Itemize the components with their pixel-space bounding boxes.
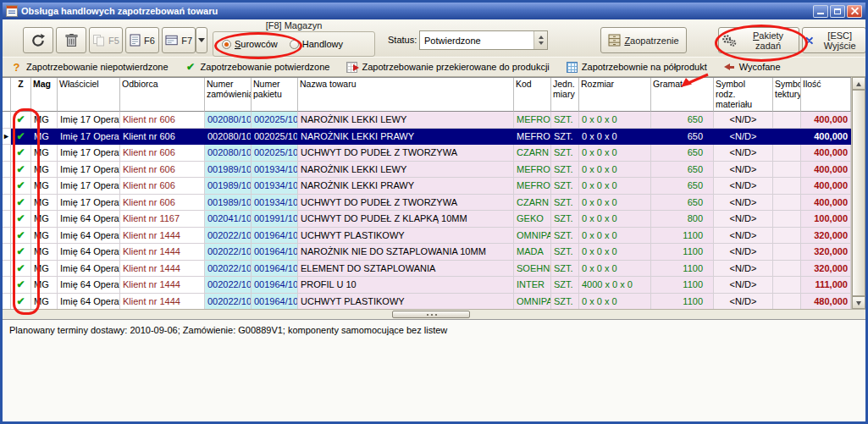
horizontal-scrollbar[interactable] [3, 309, 865, 319]
table-row[interactable]: ✔MGImię 64 OperatKlient nr 1444002022/10… [3, 244, 865, 261]
column-header-pak[interactable]: Numer pakietu [252, 78, 298, 112]
cell-jedn: SZT. [551, 294, 579, 311]
cell-mag: MG [31, 277, 58, 294]
cell-rozmiar: 0 x 0 x 0 [579, 112, 651, 129]
cell-wlasciciel: Imię 64 Operat [58, 244, 120, 261]
cell-mag: MG [31, 294, 58, 311]
cell-jedn: SZT. [551, 261, 579, 278]
cell-wlasciciel: Imię 17 Operat [58, 195, 120, 212]
column-header-tekt[interactable]: Symbol tektury [773, 78, 801, 112]
vertical-scroll-thumb[interactable] [852, 90, 865, 296]
radio-handlowy[interactable]: Handlowy [290, 39, 343, 49]
grid-header: ZMagWłaścicielOdbiorcaNumer zamówieniaNu… [3, 78, 865, 112]
cell-jedn: SZT. [551, 195, 579, 212]
card-f7-button[interactable]: F7 [162, 27, 196, 53]
column-header-rozmiar[interactable]: Rozmiar [579, 78, 651, 112]
cell-rodz: <N/D> [714, 244, 773, 261]
table-row[interactable]: ✔MGImię 64 OperatKlient nr 1167002041/10… [3, 211, 865, 228]
cell-odbiorca: Klient nr 606 [120, 145, 205, 162]
cell-z: ✔ [11, 195, 31, 212]
cell-kod: MEFRO [514, 129, 551, 146]
horizontal-scroll-thumb[interactable] [392, 311, 470, 318]
column-header-jedn[interactable]: Jedn. miary [551, 78, 579, 112]
cell-mag: MG [31, 178, 58, 195]
column-header-odbiorca[interactable]: Odbiorca [120, 78, 205, 112]
cell-mag: MG [31, 162, 58, 179]
table-row[interactable]: ✔MGImię 64 OperatKlient nr 1444002022/10… [3, 228, 865, 245]
requisitions-grid: ZMagWłaścicielOdbiorcaNumer zamówieniaNu… [3, 77, 865, 309]
cell-zam: 001989/10 [205, 162, 252, 179]
column-header-mag[interactable]: Mag [31, 78, 58, 112]
cell-zam: 002022/10 [205, 277, 252, 294]
table-row[interactable]: ✔MGImię 64 OperatKlient nr 1444002022/10… [3, 277, 865, 294]
close-button[interactable] [847, 5, 862, 18]
column-header-gramat[interactable]: Gramat [651, 78, 714, 112]
table-row[interactable]: ✔MGImię 64 OperatKlient nr 1444002022/10… [3, 261, 865, 278]
f7-dropdown-button[interactable] [196, 27, 207, 53]
cell-mag: MG [31, 112, 58, 129]
document-f6-button[interactable]: F6 [125, 27, 159, 53]
cell-rozmiar: 0 x 0 x 0 [579, 294, 651, 311]
column-header-wlasciciel[interactable]: Właściciel [58, 78, 120, 112]
column-header-rodz[interactable]: Symbol rodz. materiału [714, 78, 773, 112]
table-row[interactable]: ►✔MGImię 17 OperatKlient nr 606002080/10… [3, 129, 865, 146]
table-row[interactable]: ✔MGImię 64 OperatKlient nr 1444002022/10… [3, 294, 865, 311]
table-row[interactable]: ✔MGImię 17 OperatKlient nr 606001989/100… [3, 195, 865, 212]
cell-gramat: 650 [651, 112, 714, 129]
refresh-button[interactable] [23, 27, 53, 53]
cell-zam: 001989/10 [205, 178, 252, 195]
cell-rodz: <N/D> [714, 277, 773, 294]
vertical-scrollbar[interactable] [851, 77, 865, 309]
exit-button[interactable]: [ESC] Wyjście [802, 27, 866, 53]
chevron-down-icon [198, 38, 205, 42]
radio-surowcow[interactable]: Surowców [222, 39, 278, 49]
table-row[interactable]: ✔MGImię 17 OperatKlient nr 606002080/100… [3, 112, 865, 129]
status-panel: Planowany terminy dostawy: 2010-09-06; Z… [3, 319, 865, 421]
cell-ilosc: 400,000 [801, 129, 851, 146]
cell-z: ✔ [11, 244, 31, 261]
column-header-zam[interactable]: Numer zamówienia [205, 78, 252, 112]
zaopatrzenie-button[interactable]: Zaopatrzenie [600, 27, 687, 53]
cell-tekt [773, 195, 801, 212]
maximize-button[interactable] [830, 5, 845, 18]
spinner-icon[interactable] [534, 31, 547, 49]
cell-mag: MG [31, 261, 58, 278]
cell-tekt [773, 277, 801, 294]
cell-pak: 001964/10 [252, 244, 298, 261]
column-header-ilosc[interactable]: Ilość [801, 78, 851, 112]
column-header-ind[interactable] [3, 78, 11, 112]
cell-nazwa: NAROŻNIK LEKKI LEWY [298, 112, 514, 129]
cell-rodz: <N/D> [714, 228, 773, 245]
cell-kod: OMNIPAC [514, 294, 551, 311]
copy-f5-button[interactable]: F5 [89, 27, 123, 53]
status-dropdown[interactable]: Potwierdzone [419, 30, 548, 50]
legend-item: ✔Zapotrzebowanie potwierdzone [185, 62, 330, 73]
cell-zam: 002080/10 [205, 145, 252, 162]
minimize-button[interactable] [813, 5, 828, 18]
delete-button[interactable] [56, 27, 86, 53]
cell-kod: MEFRO [514, 162, 551, 179]
table-row[interactable]: ✔MGImię 17 OperatKlient nr 606002080/100… [3, 145, 865, 162]
cell-tekt [773, 178, 801, 195]
document-icon [130, 34, 141, 47]
cell-ilosc: 320,000 [801, 228, 851, 245]
cell-nazwa: NAROŻNIK NIE DO SZTAPLOWANIA 10MM [298, 244, 514, 261]
magazyn-group-label: [F8] Magazyn [213, 19, 375, 31]
table-row[interactable]: ✔MGImię 17 OperatKlient nr 606001989/100… [3, 162, 865, 179]
column-header-nazwa[interactable]: Nazwa towaru [298, 78, 514, 112]
f6-label: F6 [144, 36, 155, 46]
cell-wlasciciel: Imię 17 Operat [58, 112, 120, 129]
cell-z: ✔ [11, 211, 31, 228]
table-row[interactable]: ✔MGImię 17 OperatKlient nr 606001989/100… [3, 178, 865, 195]
radio-handlowy-label: Handlowy [302, 39, 343, 49]
column-header-kod[interactable]: Kod [514, 78, 551, 112]
scroll-down-icon[interactable] [852, 296, 865, 309]
cell-nazwa: UCHWYT PLASTIKOWY [298, 228, 514, 245]
cell-ilosc: 400,000 [801, 145, 851, 162]
cell-nazwa: NAROŻNIK LEKKI LEWY [298, 162, 514, 179]
cell-ilosc: 320,000 [801, 261, 851, 278]
legend-label: Wycofane [739, 62, 781, 72]
column-header-z[interactable]: Z [11, 78, 31, 112]
pakiety-zadan-button[interactable]: Pakiety zadań [718, 27, 799, 53]
scroll-up-icon[interactable] [852, 77, 865, 90]
